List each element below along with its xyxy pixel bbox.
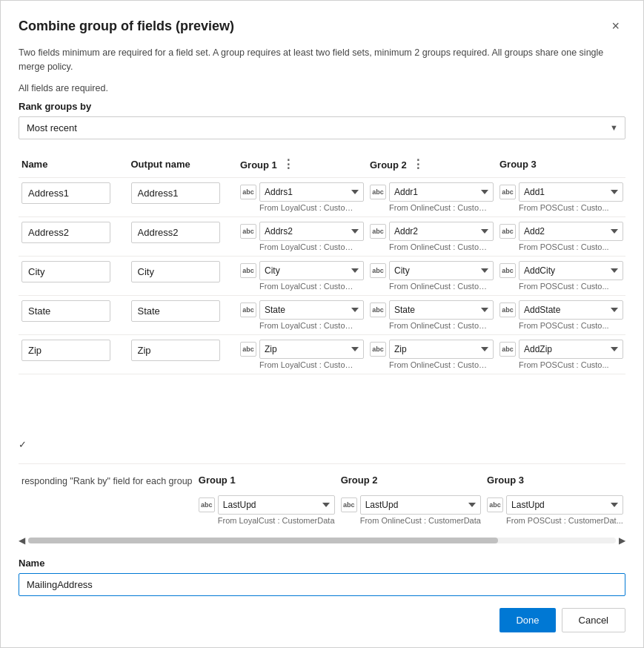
output-field-1[interactable] xyxy=(131,222,220,243)
group2-select-0[interactable]: Addr1 xyxy=(389,182,494,202)
name-field-3[interactable] xyxy=(21,300,110,322)
group2-from-3: From OnlineCust : Customer... xyxy=(370,321,488,330)
bottom-group3-field-row: abc LastUpd xyxy=(487,495,623,515)
group1-field-row-3: abc State xyxy=(240,300,364,320)
name-cell-1 xyxy=(19,216,128,256)
group3-select-1[interactable]: Add2 xyxy=(519,222,623,241)
checkmark-row: ✓ xyxy=(19,434,625,454)
bottom-group1-cell: abc LastUpd From LoyalCust : CustomerDat… xyxy=(196,492,338,531)
group3-cell-0: abc Add1 From POSCust : Custo... xyxy=(497,177,625,216)
group1-field-row-1: abc Addrs2 xyxy=(240,222,364,241)
bottom-group3-header: Group 3 xyxy=(484,473,626,492)
bottom-group1-header: Group 1 xyxy=(196,473,338,492)
group3-select-2[interactable]: AddCity xyxy=(519,261,623,280)
name-cell-4 xyxy=(19,334,128,374)
group1-menu-icon[interactable]: ⋮ xyxy=(282,158,294,171)
group2-from-4: From OnlineCust : Customer... xyxy=(370,360,488,369)
output-field-4[interactable] xyxy=(131,340,220,361)
group2-cell-4: abc Zip From OnlineCust : Customer... xyxy=(367,334,497,374)
cancel-button[interactable]: Cancel xyxy=(562,608,625,632)
bottom-group3-from: From POSCust : CustomerDat... xyxy=(487,516,623,525)
group1-icon-1: abc xyxy=(240,224,256,239)
name-field-0[interactable] xyxy=(21,182,110,204)
main-table-wrapper: Name Output name Group 1 ⋮ Group 2 ⋮ Gro… xyxy=(19,153,625,435)
group2-icon-4: abc xyxy=(370,342,386,357)
group3-from-1: From POSCust : Custo... xyxy=(499,242,618,251)
bottom-table: responding "Rank by" field for each grou… xyxy=(19,473,626,531)
table-row: abc Zip From LoyalCust : CustomerD... ab… xyxy=(19,334,625,374)
group2-field-row-2: abc City xyxy=(370,261,494,280)
bottom-group1-from: From LoyalCust : CustomerData xyxy=(199,516,335,525)
output-field-0[interactable] xyxy=(131,182,220,204)
output-cell-3 xyxy=(128,295,238,334)
bottom-group2-cell: abc LastUpd From OnlineCust : CustomerDa… xyxy=(338,492,484,531)
group3-icon-3: abc xyxy=(499,302,516,317)
name-section-label: Name xyxy=(19,558,625,569)
group1-select-4[interactable]: Zip xyxy=(259,340,364,359)
output-cell-4 xyxy=(128,334,238,374)
bottom-section: responding "Rank by" field for each grou… xyxy=(19,463,625,531)
done-button[interactable]: Done xyxy=(499,608,555,632)
group2-field-row-4: abc Zip xyxy=(370,340,494,359)
group2-select-2[interactable]: City xyxy=(389,261,494,280)
scrollbar-thumb[interactable] xyxy=(28,538,498,543)
name-field-2[interactable] xyxy=(21,261,110,282)
bottom-group3-cell: abc LastUpd From POSCust : CustomerDat..… xyxy=(484,492,626,531)
group2-select-1[interactable]: Addr2 xyxy=(389,222,494,241)
bottom-group2-select[interactable]: LastUpd xyxy=(360,495,481,515)
bottom-rank-row: abc LastUpd From LoyalCust : CustomerDat… xyxy=(19,492,626,531)
scroll-left-arrow[interactable]: ◀ xyxy=(19,535,25,546)
group3-from-0: From POSCust : Custo... xyxy=(499,203,618,212)
group1-cell-3: abc State From LoyalCust : CustomerD... xyxy=(237,295,367,334)
group3-icon-2: abc xyxy=(499,263,516,278)
scrollbar-track[interactable] xyxy=(28,538,616,543)
name-field-4[interactable] xyxy=(21,340,110,361)
bottom-group1-field-icon: abc xyxy=(199,497,215,512)
output-field-2[interactable] xyxy=(131,261,220,282)
scroll-right-arrow[interactable]: ▶ xyxy=(619,535,625,546)
group3-select-3[interactable]: AddState xyxy=(519,300,623,320)
name-cell-3 xyxy=(19,295,128,334)
bottom-group3-select[interactable]: LastUpd xyxy=(506,495,623,515)
group1-field-row-0: abc Addrs1 xyxy=(240,182,364,202)
group2-icon-1: abc xyxy=(370,224,386,239)
required-note: All fields are required. xyxy=(19,83,625,93)
horizontal-scrollbar[interactable]: ◀ ▶ xyxy=(19,531,625,550)
name-input[interactable] xyxy=(19,573,625,596)
group3-field-row-3: abc AddState xyxy=(499,300,623,320)
group1-icon-4: abc xyxy=(240,342,256,357)
group2-cell-2: abc City From OnlineCust : Customer... xyxy=(367,256,497,295)
group2-icon-0: abc xyxy=(370,185,386,199)
group1-select-1[interactable]: Addrs2 xyxy=(259,222,364,241)
main-table: Name Output name Group 1 ⋮ Group 2 ⋮ Gro… xyxy=(19,153,625,374)
output-cell-1 xyxy=(128,216,238,256)
group1-icon-0: abc xyxy=(240,185,256,199)
group3-from-2: From POSCust : Custo... xyxy=(499,282,618,291)
group3-field-row-2: abc AddCity xyxy=(499,261,623,280)
bottom-group1-select[interactable]: LastUpd xyxy=(218,495,335,515)
group2-icon-3: abc xyxy=(370,302,386,317)
group1-select-2[interactable]: City xyxy=(259,261,364,280)
rank-field-label: responding "Rank by" field for each grou… xyxy=(19,473,196,492)
group2-select-4[interactable]: Zip xyxy=(389,340,494,359)
group3-select-0[interactable]: Add1 xyxy=(519,182,623,202)
rank-select-container: Most recent ▼ xyxy=(19,116,625,139)
group1-select-0[interactable]: Addrs1 xyxy=(259,182,364,202)
group1-select-3[interactable]: State xyxy=(259,300,364,320)
group1-from-4: From LoyalCust : CustomerD... xyxy=(240,360,359,369)
group2-menu-icon[interactable]: ⋮ xyxy=(412,158,424,171)
group1-cell-1: abc Addrs2 From LoyalCust : CustomerD... xyxy=(237,216,367,256)
output-field-3[interactable] xyxy=(131,300,220,322)
group2-select-3[interactable]: State xyxy=(389,300,494,320)
table-row: abc City From LoyalCust : CustomerD... a… xyxy=(19,256,625,295)
dialog-title: Combine group of fields (preview) xyxy=(19,19,234,34)
group2-field-row-3: abc State xyxy=(370,300,494,320)
group3-select-4[interactable]: AddZip xyxy=(519,340,623,359)
group3-field-row-1: abc Add2 xyxy=(499,222,623,241)
rank-select[interactable]: Most recent xyxy=(19,116,625,139)
close-button[interactable]: × xyxy=(605,16,625,37)
group2-cell-1: abc Addr2 From OnlineCust : Customer... xyxy=(367,216,497,256)
group1-icon-3: abc xyxy=(240,302,256,317)
group2-icon-2: abc xyxy=(370,263,386,278)
name-field-1[interactable] xyxy=(21,222,110,243)
